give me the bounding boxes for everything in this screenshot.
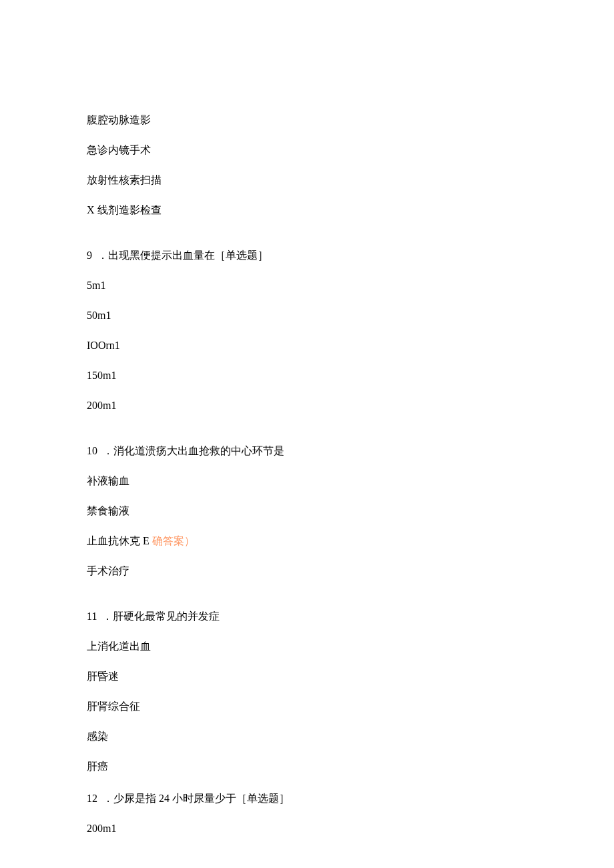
q11-option-b: 肝昏迷	[87, 669, 527, 685]
q11-option-e: 肝癌	[87, 759, 527, 775]
q9-number: 9	[87, 250, 92, 261]
q9-option-c: IOOrn1	[87, 338, 527, 354]
q9-option-e: 200m1	[87, 398, 527, 414]
q11-sep: ．	[102, 610, 113, 622]
q10-option-b: 禁食输液	[87, 503, 527, 519]
q10-sep: ．	[103, 445, 113, 456]
q10-number: 10	[87, 445, 97, 456]
q12-number: 12	[87, 793, 97, 804]
q10-stem: 10 ．消化道溃疡大出血抢救的中心环节是	[87, 443, 527, 459]
q9-option-b: 50m1	[87, 308, 527, 324]
q8-option-a: 腹腔动脉造影	[87, 112, 527, 128]
q10-answer-mark: 确答案）	[149, 535, 195, 546]
q9-stem: 9 ．出现黑便提示出血量在［单选题］	[87, 248, 527, 264]
q11-text: 肝硬化最常见的并发症	[113, 610, 220, 622]
q10-option-c: 止血抗休克 E 确答案）	[87, 533, 527, 549]
q10-option-d: 手术治疗	[87, 563, 527, 579]
q9-text: 出现黑便提示出血量在［单选题］	[108, 250, 268, 261]
q9-option-d: 150m1	[87, 368, 527, 384]
q11-option-c: 肝肾综合征	[87, 699, 527, 715]
q11-number: 11	[87, 610, 97, 622]
q10-option-c-text: 止血抗休克 E	[87, 535, 149, 546]
q8-option-c: 放射性核素扫描	[87, 172, 527, 188]
q8-option-d: X 线剂造影检查	[87, 202, 527, 218]
document-page: 腹腔动脉造影 急诊内镜手术 放射性核素扫描 X 线剂造影检查 9 ．出现黑便提示…	[0, 0, 614, 868]
q10-option-a: 补液输血	[87, 473, 527, 489]
q9-option-a: 5m1	[87, 278, 527, 294]
q11-option-a: 上消化道出血	[87, 638, 527, 655]
q12-stem: 12 ．少尿是指 24 小时尿量少于［单选题］	[87, 791, 527, 807]
q8-option-b: 急诊内镜手术	[87, 142, 527, 158]
q11-stem: 11 ．肝硬化最常见的并发症	[87, 608, 527, 624]
q12-option-a: 200m1	[87, 821, 527, 837]
q9-sep: ．	[97, 250, 108, 261]
q10-text: 消化道溃疡大出血抢救的中心环节是	[113, 445, 284, 456]
q12-text: 少尿是指 24 小时尿量少于［单选题］	[113, 793, 290, 804]
q12-sep: ．	[103, 793, 113, 804]
q11-option-d: 感染	[87, 729, 527, 745]
